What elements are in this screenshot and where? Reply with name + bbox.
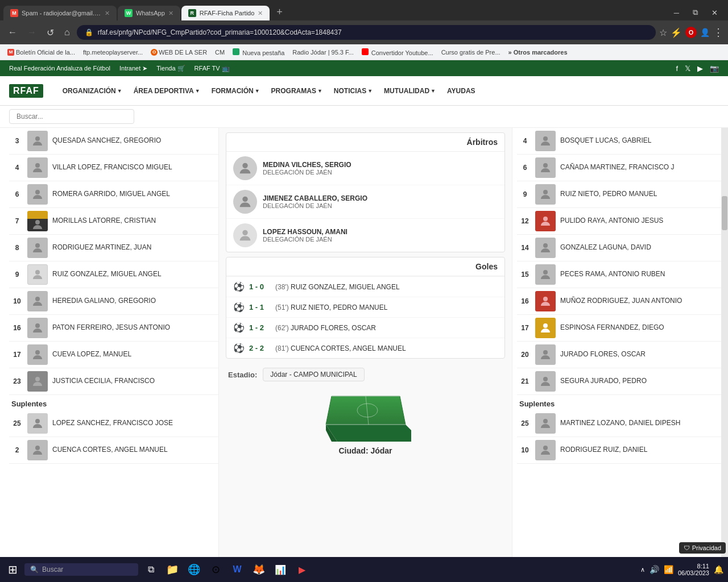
player-number: 9: [519, 190, 531, 198]
tab-whatsapp[interactable]: W WhatsApp ✕: [118, 6, 180, 20]
bookmark-radio[interactable]: Radio Jódar | 95.3 F...: [289, 48, 356, 57]
svg-point-24: [543, 190, 548, 194]
bookmark-cm[interactable]: CM: [212, 48, 228, 57]
taskbar-search[interactable]: 🔍 Buscar: [24, 563, 138, 576]
player-photo: [535, 184, 556, 205]
svg-point-4: [35, 243, 40, 248]
tienda-link[interactable]: Tienda 🛒: [156, 65, 185, 72]
close-whatsapp-tab[interactable]: ✕: [168, 10, 173, 17]
player-name: PATON FERREIRO, JESUS ANTONIO: [52, 323, 170, 332]
rfaf-logo[interactable]: RFAF: [9, 84, 43, 98]
player-number: 15: [519, 271, 531, 278]
svg-point-25: [543, 217, 548, 221]
player-number: 14: [519, 244, 531, 252]
new-tab-button[interactable]: +: [271, 4, 288, 20]
back-button[interactable]: ←: [5, 25, 20, 40]
bookmark-star-button[interactable]: ☆: [659, 27, 667, 38]
bookmark-convertidor[interactable]: Convertidor Youtube...: [359, 47, 436, 57]
extensions-button[interactable]: ⚡: [671, 27, 682, 38]
player-number: 25: [519, 419, 531, 427]
goal-ball-icon: ⚽: [233, 281, 245, 292]
player-number: 25: [11, 419, 23, 427]
close-gmail-tab[interactable]: ✕: [105, 10, 110, 17]
twitter-icon[interactable]: 𝕏: [685, 64, 690, 73]
word-icon[interactable]: W: [228, 560, 246, 579]
right-player-6: 6 CAÑADA MARTINEZ, FRANCISCO J: [517, 155, 728, 181]
player-number: 8: [11, 244, 23, 252]
network-icon[interactable]: 🔊: [650, 565, 659, 574]
right-player-9: 9 RUIZ NIETO, PEDRO MANUEL: [517, 181, 728, 208]
video-icon[interactable]: ▶: [293, 560, 311, 579]
instagram-icon[interactable]: 📷: [710, 64, 719, 73]
arbitro-info: LOPEZ HASSOUN, AMANI DELEGACIÓN DE JAÉN: [263, 228, 348, 243]
player-number: 21: [519, 377, 531, 385]
tab-rfaf[interactable]: R RFAF-Ficha Partido ✕: [181, 6, 270, 20]
nav-organizacion[interactable]: ORGANIZACIÓN ▼: [57, 82, 128, 99]
edge-icon[interactable]: 🌐: [185, 560, 203, 579]
clock[interactable]: 8:11 06/03/2023: [678, 563, 709, 576]
player-name: MORILLAS LATORRE, CRISTIAN: [52, 217, 156, 226]
restore-button[interactable]: ⧉: [686, 5, 705, 20]
player-photo: [27, 413, 48, 434]
svg-point-0: [35, 136, 40, 141]
bookmark-otros[interactable]: » Otros marcadores: [506, 48, 570, 57]
nav-programas[interactable]: PROGRAMAS ▼: [266, 82, 328, 99]
system-tray[interactable]: ∧: [640, 566, 645, 573]
player-photo: [27, 157, 48, 178]
player-name: MUÑOZ RODRIGUEZ, JUAN ANTONIO: [560, 297, 682, 306]
task-view-button[interactable]: ⧉: [142, 560, 160, 579]
close-button[interactable]: ✕: [705, 5, 725, 20]
extra-icon[interactable]: 📊: [271, 560, 289, 579]
nav-area-deportiva[interactable]: ÁREA DEPORTIVA ▼: [128, 82, 206, 99]
bookmark-gmail[interactable]: M Boletín Oficial de la...: [5, 48, 78, 57]
bookmark-curso[interactable]: Curso gratis de Pre...: [439, 48, 503, 57]
scrollbar[interactable]: [721, 128, 728, 557]
right-player-10: 10 RODRIGUEZ RUIZ, DANIEL: [517, 437, 728, 464]
center-panel: Árbitros MEDINA VILCHES, SERGIO DELEGACI…: [219, 128, 512, 557]
tab-gmail[interactable]: M Spam - radiojodar@gmail.com - ✕: [3, 6, 117, 20]
facebook-icon[interactable]: f: [676, 64, 678, 73]
right-player-15: 15 PECES RAMA, ANTONIO RUBEN: [517, 261, 728, 288]
svg-point-10: [35, 419, 40, 423]
estadio-value: Jódar - CAMPO MUNICIPAL: [263, 368, 364, 381]
chrome-icon[interactable]: ⊙: [206, 560, 225, 579]
goal-score: 1 - 2: [249, 323, 271, 332]
player-name: HEREDIA GALIANO, GREGORIO: [52, 297, 156, 306]
privacy-badge[interactable]: 🛡 Privacidad: [679, 542, 726, 554]
file-explorer-icon[interactable]: 📁: [163, 560, 181, 579]
nav-noticias[interactable]: NOTICIAS ▼: [328, 82, 378, 99]
reload-button[interactable]: ↺: [43, 25, 57, 40]
address-bar[interactable]: rfaf.es/pnfg/NPcd/NFG_CmpPartido?cod_pri…: [98, 28, 648, 36]
nav-formacion[interactable]: FORMACIÓN ▼: [206, 82, 266, 99]
youtube-icon[interactable]: ▶: [697, 64, 703, 73]
intranet-link[interactable]: Intranet ➤: [119, 65, 147, 72]
rfaftv-link[interactable]: RFAF TV 📺: [195, 65, 230, 72]
profile-button[interactable]: 👤: [700, 28, 710, 37]
bookmark-ftp[interactable]: ftp.meteoplayserver...: [80, 48, 146, 57]
player-row-17: 17 CUEVA LOPEZ, MANUEL: [9, 342, 218, 368]
firefox-icon[interactable]: 🦊: [250, 560, 268, 579]
bookmark-nueva[interactable]: Nueva pestaña: [230, 47, 287, 57]
search-input[interactable]: [9, 109, 134, 124]
player-photo: [27, 371, 48, 392]
scroll-thumb[interactable]: [722, 196, 727, 230]
svg-point-30: [543, 350, 548, 355]
start-button[interactable]: ⊞: [5, 562, 21, 577]
goal-detail: (62') JURADO FLORES, OSCAR: [275, 324, 376, 332]
player-number: 6: [519, 164, 531, 172]
nav-ayudas[interactable]: AYUDAS: [441, 82, 481, 99]
menu-button[interactable]: ⋮: [713, 26, 723, 39]
player-name: CUEVA LOPEZ, MANUEL: [52, 350, 131, 359]
player-photo: [27, 318, 48, 338]
forward-button[interactable]: →: [24, 25, 40, 40]
volume-icon[interactable]: 📶: [664, 565, 673, 574]
nav-mutualidad[interactable]: MUTUALIDAD ▼: [378, 82, 441, 99]
notification-icon[interactable]: 🔔: [714, 565, 723, 574]
home-button[interactable]: ⌂: [61, 25, 73, 40]
svg-point-9: [35, 377, 40, 381]
player-name: CAÑADA MARTINEZ, FRANCISCO J: [560, 163, 674, 172]
close-rfaf-tab[interactable]: ✕: [258, 10, 263, 17]
minimize-button[interactable]: ─: [667, 5, 686, 20]
bookmark-ser[interactable]: O WEB DE LA SER: [148, 48, 210, 57]
goal-row-1: ⚽ 1 - 0 (38') RUIZ GONZALEZ, MIGUEL ANGE…: [226, 276, 504, 297]
